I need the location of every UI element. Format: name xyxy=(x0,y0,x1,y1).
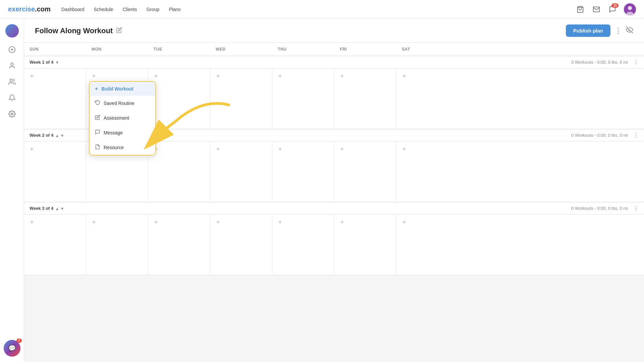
week-3-grid: + + + + + + + xyxy=(24,215,644,275)
week-3-thu-cell: + xyxy=(272,215,334,275)
add-workout-dropdown: + Build Workout Saved Routine xyxy=(89,81,156,156)
week-1-fri-add-btn[interactable]: + xyxy=(338,72,346,80)
nav-group[interactable]: Group xyxy=(146,7,159,12)
day-header-wed: WED xyxy=(210,43,272,56)
week-3-fri-cell: + xyxy=(334,215,396,275)
week-3-mon-cell: + xyxy=(86,215,148,275)
week-2-fri-cell: + xyxy=(334,141,396,202)
svg-point-8 xyxy=(10,79,12,81)
week-3-chevron-up[interactable]: ▴ xyxy=(56,206,58,211)
week-3-fri-add-btn[interactable]: + xyxy=(338,219,346,226)
message-label: Message xyxy=(104,130,123,135)
week-3-sun-add-btn[interactable]: + xyxy=(28,219,36,226)
week-2-thu-add-btn[interactable]: + xyxy=(276,145,284,153)
week-2-tue-cell: + xyxy=(148,141,210,202)
build-workout-plus-icon: + xyxy=(95,86,98,92)
week-3-sat-cell: + xyxy=(396,215,459,275)
sidebar-settings-icon[interactable] xyxy=(5,107,19,121)
sidebar-bell-icon[interactable] xyxy=(5,91,19,105)
dropdown-message[interactable]: Message xyxy=(90,125,155,140)
week-2-more-icon[interactable]: ⋮ xyxy=(633,132,639,138)
dropdown-resource[interactable]: Resource xyxy=(90,140,155,155)
header-actions: Publish plan ⋮ xyxy=(566,24,633,37)
week-3-stats: 0 Workouts - 0:00, 0 lbs, 0 mi xyxy=(571,206,628,211)
week-3-wed-add-btn[interactable]: + xyxy=(214,219,222,226)
week-3-tue-cell: + xyxy=(148,215,210,275)
dropdown-build-workout[interactable]: + Build Workout xyxy=(90,82,155,96)
week-1-chevron-down[interactable]: ▾ xyxy=(56,60,58,65)
week-2-sat-cell: + xyxy=(396,141,459,202)
sidebar-group-icon[interactable] xyxy=(5,75,19,88)
week-2-chevron-down[interactable]: ▾ xyxy=(61,133,63,138)
week-1-thu-add-btn[interactable]: + xyxy=(276,72,284,80)
main-layout: 💬 7 Follow Along Workout Publish plan ⋮ xyxy=(0,19,644,362)
week-3-section: Week 3 of 4 ▴ ▾ 0 Workouts - 0:00, 0 lbs… xyxy=(24,202,644,275)
resource-icon xyxy=(95,144,100,151)
chat-icon[interactable]: 10 xyxy=(608,5,617,14)
calendar-header: SUN MON TUE WED THU FRI SAT xyxy=(24,43,644,56)
week-2-label: Week 2 of 4 xyxy=(30,133,53,138)
week-3-sat-add-btn[interactable]: + xyxy=(400,219,408,226)
week-1-thu-cell: + xyxy=(272,68,334,129)
shopping-bag-icon[interactable] xyxy=(576,5,585,14)
mail-icon[interactable] xyxy=(592,5,601,14)
day-header-tue: TUE xyxy=(148,43,210,56)
week-2-fri-add-btn[interactable]: + xyxy=(338,145,346,153)
logo-text: exercise xyxy=(8,5,35,13)
top-nav: exercise.com Dashboard Schedule Clients … xyxy=(0,0,644,19)
week-2-sat-add-btn[interactable]: + xyxy=(400,145,408,153)
day-header-sun: SUN xyxy=(24,43,86,56)
assessment-icon xyxy=(95,115,100,121)
logo[interactable]: exercise.com xyxy=(8,5,51,13)
day-header-mon: MON xyxy=(86,43,148,56)
resource-label: Resource xyxy=(104,145,124,150)
calendar: SUN MON TUE WED THU FRI SAT Week 1 of 4 … xyxy=(24,43,644,275)
dropdown-saved-routine[interactable]: Saved Routine xyxy=(90,96,155,111)
week-3-chevron-down[interactable]: ▾ xyxy=(61,206,63,211)
week-3-thu-add-btn[interactable]: + xyxy=(276,219,284,226)
week-3-label: Week 3 of 4 xyxy=(30,206,53,211)
notification-badge: 10 xyxy=(611,3,619,8)
build-workout-label: Build Workout xyxy=(101,86,133,92)
main-content: Follow Along Workout Publish plan ⋮ SUN … xyxy=(24,19,644,362)
week-1-grid: + + + Build Workout xyxy=(24,68,644,129)
nav-clients[interactable]: Clients xyxy=(123,7,137,12)
week-1-sat-add-btn[interactable]: + xyxy=(400,72,408,80)
week-3-mon-add-btn[interactable]: + xyxy=(90,219,98,226)
week-2-wed-add-btn[interactable]: + xyxy=(214,145,222,153)
week-1-section: Week 1 of 4 ▾ 0 Workouts - 0:00, 0 lbs, … xyxy=(24,56,644,129)
nav-schedule[interactable]: Schedule xyxy=(94,7,113,12)
sidebar-person-icon[interactable] xyxy=(5,59,19,72)
sidebar-dollar-icon[interactable] xyxy=(5,43,19,56)
publish-plan-button[interactable]: Publish plan xyxy=(566,24,610,37)
week-1-wed-add-btn[interactable]: + xyxy=(214,72,222,80)
week-1-more-icon[interactable]: ⋮ xyxy=(633,59,639,65)
day-header-thu: THU xyxy=(272,43,334,56)
week-2-sun-add-btn[interactable]: + xyxy=(28,145,36,153)
week-3-tue-add-btn[interactable]: + xyxy=(152,219,160,226)
week-1-mon-add-btn[interactable]: + xyxy=(90,72,98,80)
week-2-chevron-up[interactable]: ▴ xyxy=(56,133,58,138)
edit-title-icon[interactable] xyxy=(116,27,122,35)
nav-right: 10 xyxy=(576,3,636,15)
week-3-more-icon[interactable]: ⋮ xyxy=(633,205,639,212)
user-avatar[interactable] xyxy=(624,3,636,15)
nav-links: Dashboard Schedule Clients Group Plans xyxy=(61,7,181,12)
more-options-icon[interactable]: ⋮ xyxy=(614,26,622,35)
week-1-tue-add-btn[interactable]: + xyxy=(152,72,160,80)
week-3-sun-cell: + xyxy=(24,215,86,275)
week-1-label: Week 1 of 4 xyxy=(30,60,53,65)
dropdown-assessment[interactable]: Assessment xyxy=(90,111,155,125)
week-1-sat-cell: + xyxy=(396,68,459,129)
day-header-fri: FRI xyxy=(334,43,396,56)
week-1-tue-cell: + xyxy=(148,68,210,129)
chat-widget-badge: 7 xyxy=(16,339,22,343)
nav-plans[interactable]: Plans xyxy=(169,7,180,12)
week-2-thu-cell: + xyxy=(272,141,334,202)
visibility-toggle-icon[interactable] xyxy=(626,26,633,36)
week-3-label-row: Week 3 of 4 ▴ ▾ 0 Workouts - 0:00, 0 lbs… xyxy=(24,202,644,215)
week-1-sun-add-btn[interactable]: + xyxy=(28,72,36,80)
sidebar-logo[interactable] xyxy=(5,24,19,38)
svg-point-2 xyxy=(628,6,632,10)
nav-dashboard[interactable]: Dashboard xyxy=(61,7,85,12)
